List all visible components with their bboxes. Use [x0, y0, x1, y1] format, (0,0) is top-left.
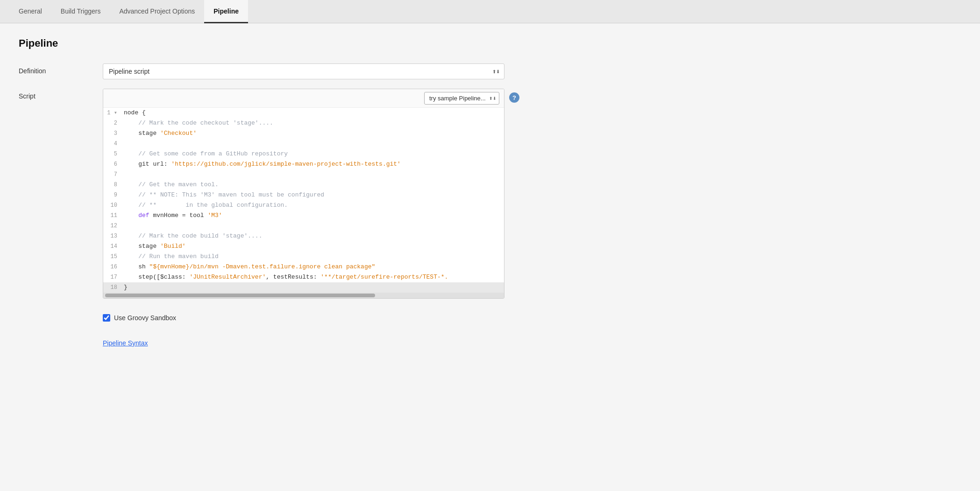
code-line-12: 12: [103, 221, 504, 231]
definition-select[interactable]: Pipeline script Pipeline script from SCM: [103, 63, 504, 79]
tab-build-triggers[interactable]: Build Triggers: [51, 0, 110, 23]
tab-pipeline[interactable]: Pipeline: [204, 0, 248, 23]
script-label: Script: [19, 89, 93, 100]
code-line-18: 18 }: [103, 282, 504, 293]
definition-select-wrapper: Pipeline script Pipeline script from SCM: [103, 63, 504, 79]
code-line-1: 1 ▾ node {: [103, 108, 504, 118]
script-control: try sample Pipeline... Hello World GitHu…: [103, 89, 961, 299]
page-content: Pipeline Definition Pipeline script Pipe…: [0, 23, 980, 491]
code-line-11: 11 def mvnHome = tool 'M3': [103, 210, 504, 221]
code-line-13: 13 // Mark the code build 'stage'....: [103, 231, 504, 241]
code-line-17: 17 step([$class: 'JUnitResultArchiver', …: [103, 272, 504, 282]
code-line-15: 15 // Run the maven build: [103, 252, 504, 262]
code-line-16: 16 sh "${mvnHome}/bin/mvn -Dmaven.test.f…: [103, 262, 504, 272]
code-line-14: 14 stage 'Build': [103, 241, 504, 252]
script-row: Script try sample Pipeline... Hello Worl…: [19, 89, 961, 299]
groovy-sandbox-label: Use Groovy Sandbox: [114, 314, 176, 322]
form-section: Definition Pipeline script Pipeline scri…: [19, 63, 961, 347]
code-line-2: 2 // Mark the code checkout 'stage'....: [103, 118, 504, 128]
code-editor[interactable]: 1 ▾ node { 2 // Mark the code checkout '…: [103, 108, 504, 293]
tab-general[interactable]: General: [9, 0, 51, 23]
scrollbar-thumb[interactable]: [105, 294, 375, 297]
script-header: try sample Pipeline... Hello World GitHu…: [103, 89, 504, 108]
definition-label: Definition: [19, 63, 93, 75]
sample-select-wrapper: try sample Pipeline... Hello World GitHu…: [424, 92, 499, 105]
script-help-icon[interactable]: ?: [509, 92, 519, 103]
definition-control: Pipeline script Pipeline script from SCM: [103, 63, 961, 79]
code-line-10: 10 // ** in the global configuration.: [103, 200, 504, 210]
code-line-9: 9 // ** NOTE: This 'M3' maven tool must …: [103, 190, 504, 200]
groovy-sandbox-checkbox[interactable]: [103, 314, 110, 322]
horizontal-scrollbar[interactable]: [103, 293, 504, 298]
code-line-7: 7: [103, 169, 504, 180]
pipeline-syntax-container: Pipeline Syntax: [103, 339, 961, 347]
sample-pipeline-select[interactable]: try sample Pipeline... Hello World GitHu…: [424, 92, 499, 105]
pipeline-syntax-link[interactable]: Pipeline Syntax: [103, 339, 148, 347]
script-editor-area: try sample Pipeline... Hello World GitHu…: [103, 89, 504, 299]
tab-advanced-project-options[interactable]: Advanced Project Options: [110, 0, 204, 23]
groovy-sandbox-row: Use Groovy Sandbox ?: [103, 313, 961, 323]
definition-row: Definition Pipeline script Pipeline scri…: [19, 63, 961, 79]
code-line-6: 6 git url: 'https://github.com/jglick/si…: [103, 159, 504, 169]
code-line-8: 8 // Get the maven tool.: [103, 180, 504, 190]
code-line-5: 5 // Get some code from a GitHub reposit…: [103, 149, 504, 159]
page-title: Pipeline: [19, 37, 961, 49]
code-line-4: 4: [103, 139, 504, 149]
code-line-3: 3 stage 'Checkout': [103, 128, 504, 139]
tabs-bar: General Build Triggers Advanced Project …: [0, 0, 980, 23]
